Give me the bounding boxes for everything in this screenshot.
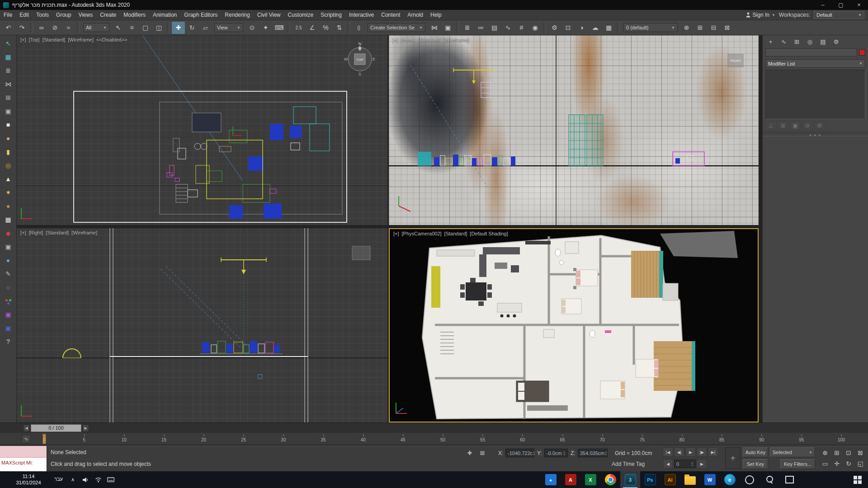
angle-snap-toggle[interactable]: ∠: [306, 22, 319, 34]
modifier-stack[interactable]: [765, 70, 865, 119]
x-coordinate-field[interactable]: -1040.722c▲▼: [505, 449, 534, 457]
remove-modifier-button[interactable]: ⊖: [802, 121, 813, 130]
set-key-button[interactable]: Set Key: [743, 459, 768, 469]
viewport-menu-pov[interactable]: [Right]: [29, 230, 43, 235]
object-name-field[interactable]: [765, 48, 857, 56]
orbit-button[interactable]: ↻: [843, 458, 854, 469]
set-current-layer-button[interactable]: ⊠: [721, 22, 734, 34]
layers-tool[interactable]: ≣: [2, 64, 14, 76]
time-slider-prev-button[interactable]: ◀: [23, 424, 30, 432]
cylinder-primitive-tool[interactable]: ▮: [2, 145, 14, 158]
viewport-canvas-right[interactable]: [17, 228, 387, 422]
spinner-snap-toggle[interactable]: ⇅: [333, 22, 346, 34]
auto-key-button[interactable]: Auto Key: [743, 447, 768, 457]
redo-button[interactable]: ↷: [15, 22, 28, 34]
absolute-offset-mode-toggle[interactable]: ✚: [465, 448, 475, 457]
viewport-canvas-camera[interactable]: [390, 229, 758, 422]
viewport-menu-shading[interactable]: [Wireframe]: [71, 230, 97, 235]
z-coordinate-field[interactable]: 354.035cm▲▼: [578, 449, 608, 457]
taskbar-clock[interactable]: 11:14 31/01/2024: [8, 473, 49, 486]
select-cursor-tool[interactable]: ↖: [2, 37, 14, 49]
maxscript-macro-pane[interactable]: [0, 446, 47, 458]
select-and-move-button[interactable]: ✚: [172, 22, 185, 34]
viewport-menu-shading[interactable]: [Wireframe]: [443, 37, 469, 42]
tab-motion[interactable]: ◎: [804, 37, 816, 47]
sphere-primitive-tool[interactable]: ●: [2, 132, 14, 144]
mirror-tool[interactable]: ⋈: [2, 78, 14, 90]
tab-create[interactable]: +: [764, 37, 777, 47]
show-end-result-toggle[interactable]: ≣: [778, 121, 788, 130]
menu-scripting[interactable]: Scripting: [317, 10, 345, 20]
minimize-button[interactable]: –: [814, 0, 832, 10]
maximize-viewport-toggle[interactable]: ◱: [854, 458, 866, 469]
time-slider-thumb[interactable]: 0 / 100: [31, 424, 81, 432]
workspaces-dropdown[interactable]: Default▼: [814, 11, 864, 19]
viewport-menu-general[interactable]: [+]: [20, 230, 26, 235]
menu-create[interactable]: Create: [96, 10, 120, 20]
set-keys-button[interactable]: +: [725, 447, 741, 469]
align-tool[interactable]: ▣: [2, 105, 14, 117]
select-and-scale-button[interactable]: ▱: [199, 22, 212, 34]
taskbar-illustrator-button[interactable]: Ai: [660, 471, 680, 488]
taskbar-explorer-button[interactable]: [680, 471, 700, 488]
tab-modify[interactable]: ∿: [778, 37, 790, 47]
rectangular-selection-region-button[interactable]: ▢: [139, 22, 152, 34]
viewport-menu-pov[interactable]: [Front]: [401, 37, 415, 42]
object-color-swatch[interactable]: [859, 49, 865, 56]
create-new-layer-button[interactable]: ⊕: [680, 22, 693, 34]
taskbar-photoshop-button[interactable]: Ps: [640, 471, 660, 488]
viewport-canvas-top[interactable]: [17, 35, 387, 225]
language-indicator[interactable]: עבר: [54, 476, 63, 482]
material-editor-button[interactable]: ◉: [528, 22, 542, 34]
zoom-extents-button[interactable]: ⊡: [843, 447, 854, 458]
render-setup-button[interactable]: ⚙: [548, 22, 561, 34]
add-selection-to-layer-button[interactable]: ⊞: [693, 22, 707, 34]
menu-help[interactable]: Help: [427, 10, 445, 20]
time-slider-next-button[interactable]: ▶: [82, 424, 89, 432]
menu-modifiers[interactable]: Modifiers: [120, 10, 149, 20]
uvw-editor-tool[interactable]: ▣: [2, 308, 14, 320]
taskbar-chrome-button[interactable]: [600, 471, 620, 488]
earth-sphere-tool[interactable]: ●: [2, 254, 14, 266]
menu-tools[interactable]: Tools: [33, 10, 52, 20]
zoom-button[interactable]: ⊕: [819, 447, 831, 458]
menu-views[interactable]: Views: [75, 10, 96, 20]
viewport-menu-renderer[interactable]: [Standard]: [42, 37, 65, 42]
menu-animation[interactable]: Animation: [149, 10, 180, 20]
viewport-menu-general[interactable]: [+]: [392, 37, 398, 42]
viewport-menu-renderer[interactable]: [Standard]: [418, 37, 441, 42]
edit-named-selection-sets-button[interactable]: {}: [352, 22, 365, 34]
window-crossing-toggle[interactable]: ◫: [152, 22, 165, 34]
tab-utilities[interactable]: ⚙: [830, 37, 842, 47]
geosphere-primitive-tool[interactable]: ●: [2, 200, 14, 212]
hidden-icons-chevron[interactable]: ∧: [69, 476, 77, 484]
taskbar-taskview-button[interactable]: [779, 471, 799, 488]
help-tool[interactable]: ?: [2, 335, 14, 347]
viewport-menu-shading[interactable]: [Default Shading]: [470, 231, 508, 236]
tab-hierarchy[interactable]: ⊞: [791, 37, 803, 47]
viewport-menu-general[interactable]: [+]: [393, 231, 399, 236]
y-coordinate-field[interactable]: -0.0cm▲▼: [544, 449, 568, 457]
pin-stack-button[interactable]: ⊥: [765, 121, 776, 130]
previous-frame-arrow[interactable]: ◀: [663, 459, 673, 469]
viewcube-compass[interactable]: TOP N E S W: [343, 42, 377, 76]
taskbar-acrobat-button[interactable]: A: [561, 471, 580, 488]
menu-graph-editors[interactable]: Graph Editors: [180, 10, 221, 20]
next-frame-arrow[interactable]: ▶: [697, 459, 707, 469]
zoom-all-button[interactable]: ⊞: [831, 447, 843, 458]
select-by-name-button[interactable]: ≡: [125, 22, 138, 34]
tab-display[interactable]: ▤: [817, 37, 829, 47]
cone-primitive-tool[interactable]: ▲: [2, 173, 14, 185]
rendered-frame-window-button[interactable]: ⊡: [561, 22, 575, 34]
align-button[interactable]: ▣: [441, 22, 454, 34]
make-unique-button[interactable]: ▣: [790, 121, 801, 130]
freehand-tool[interactable]: ✎: [2, 267, 14, 280]
close-button[interactable]: ×: [850, 0, 868, 10]
time-ruler[interactable]: ∿ 05101520253035404550556065707580859095…: [0, 433, 868, 446]
key-mode-dropdown[interactable]: Selected▼: [770, 447, 815, 457]
use-pivot-center-button[interactable]: ⊙: [245, 22, 259, 34]
menu-file[interactable]: File: [0, 10, 16, 20]
viewport-menu-renderer[interactable]: [Standard]: [444, 231, 467, 236]
selection-lock-toggle[interactable]: ⊠: [477, 448, 487, 457]
zoom-region-button[interactable]: ▭: [819, 458, 831, 469]
